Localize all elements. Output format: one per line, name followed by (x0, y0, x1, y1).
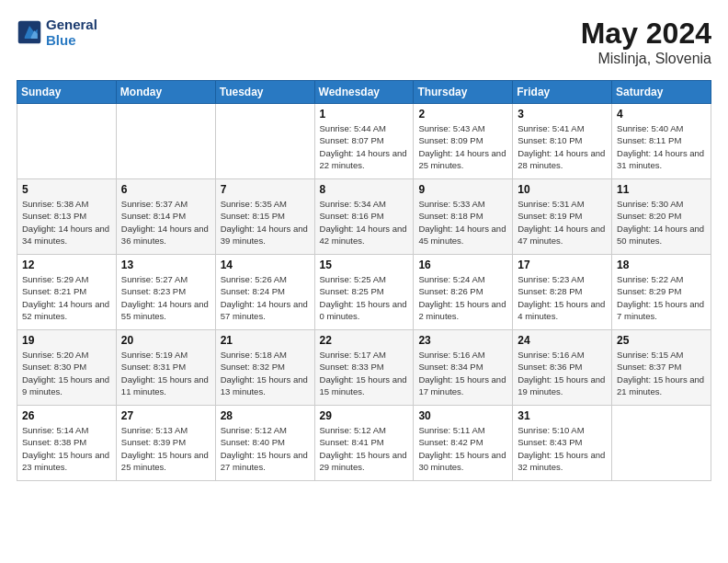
day-number: 24 (518, 334, 607, 347)
day-info: Sunrise: 5:14 AMSunset: 8:38 PMDaylight:… (22, 424, 111, 473)
day-cell: 5Sunrise: 5:38 AMSunset: 8:13 PMDaylight… (17, 179, 117, 255)
day-info: Sunrise: 5:34 AMSunset: 8:16 PMDaylight:… (320, 198, 409, 247)
day-info: Sunrise: 5:19 AMSunset: 8:31 PMDaylight:… (121, 349, 210, 397)
day-info: Sunrise: 5:29 AMSunset: 8:21 PMDaylight:… (22, 273, 111, 322)
day-cell (17, 104, 117, 179)
day-cell: 13Sunrise: 5:27 AMSunset: 8:23 PMDayligh… (116, 255, 215, 330)
day-info: Sunrise: 5:38 AMSunset: 8:13 PMDaylight:… (22, 198, 111, 247)
day-cell: 21Sunrise: 5:18 AMSunset: 8:32 PMDayligh… (215, 330, 314, 406)
weekday-header-wednesday: Wednesday (314, 81, 414, 104)
day-cell: 27Sunrise: 5:13 AMSunset: 8:39 PMDayligh… (116, 406, 215, 481)
weekday-header-friday: Friday (513, 81, 612, 104)
logo: General Blue (17, 17, 97, 49)
weekday-header-monday: Monday (116, 81, 215, 104)
day-cell: 3Sunrise: 5:41 AMSunset: 8:10 PMDaylight… (513, 104, 612, 179)
day-info: Sunrise: 5:31 AMSunset: 8:19 PMDaylight:… (518, 198, 607, 247)
day-number: 23 (418, 334, 507, 347)
week-row-5: 26Sunrise: 5:14 AMSunset: 8:38 PMDayligh… (17, 406, 711, 481)
day-cell: 24Sunrise: 5:16 AMSunset: 8:36 PMDayligh… (513, 330, 612, 406)
day-info: Sunrise: 5:16 AMSunset: 8:36 PMDaylight:… (518, 349, 607, 397)
day-info: Sunrise: 5:43 AMSunset: 8:09 PMDaylight:… (418, 122, 507, 171)
day-cell: 12Sunrise: 5:29 AMSunset: 8:21 PMDayligh… (17, 255, 117, 330)
day-cell: 7Sunrise: 5:35 AMSunset: 8:15 PMDaylight… (215, 179, 314, 255)
day-info: Sunrise: 5:35 AMSunset: 8:15 PMDaylight:… (221, 198, 310, 247)
logo-text: General Blue (46, 17, 97, 49)
day-info: Sunrise: 5:24 AMSunset: 8:26 PMDaylight:… (418, 273, 507, 322)
day-cell: 30Sunrise: 5:11 AMSunset: 8:42 PMDayligh… (414, 406, 513, 481)
day-number: 11 (617, 183, 706, 196)
day-number: 30 (418, 409, 507, 422)
day-number: 25 (617, 334, 706, 347)
day-number: 29 (320, 409, 409, 422)
day-number: 31 (518, 409, 607, 422)
day-cell: 11Sunrise: 5:30 AMSunset: 8:20 PMDayligh… (612, 179, 711, 255)
logo-icon (17, 19, 42, 45)
month-year: May 2024 (581, 17, 711, 51)
day-info: Sunrise: 5:23 AMSunset: 8:28 PMDaylight:… (518, 273, 607, 322)
day-info: Sunrise: 5:44 AMSunset: 8:07 PMDaylight:… (320, 122, 409, 171)
title-block: May 2024 Mislinja, Slovenia (581, 17, 711, 67)
day-number: 19 (22, 334, 111, 347)
day-cell: 9Sunrise: 5:33 AMSunset: 8:18 PMDaylight… (414, 179, 513, 255)
weekday-header-saturday: Saturday (612, 81, 711, 104)
day-cell: 14Sunrise: 5:26 AMSunset: 8:24 PMDayligh… (215, 255, 314, 330)
day-info: Sunrise: 5:33 AMSunset: 8:18 PMDaylight:… (418, 198, 507, 247)
day-cell: 22Sunrise: 5:17 AMSunset: 8:33 PMDayligh… (314, 330, 414, 406)
day-cell: 20Sunrise: 5:19 AMSunset: 8:31 PMDayligh… (116, 330, 215, 406)
weekday-header-sunday: Sunday (17, 81, 117, 104)
day-cell: 18Sunrise: 5:22 AMSunset: 8:29 PMDayligh… (612, 255, 711, 330)
day-number: 28 (221, 409, 310, 422)
day-info: Sunrise: 5:11 AMSunset: 8:42 PMDaylight:… (418, 424, 507, 473)
day-number: 4 (617, 108, 706, 121)
day-number: 5 (22, 183, 111, 196)
weekday-header-row: SundayMondayTuesdayWednesdayThursdayFrid… (17, 81, 711, 104)
day-cell: 23Sunrise: 5:16 AMSunset: 8:34 PMDayligh… (414, 330, 513, 406)
location: Mislinja, Slovenia (581, 51, 711, 67)
day-cell (612, 406, 711, 481)
day-number: 21 (221, 334, 310, 347)
day-number: 7 (221, 183, 310, 196)
day-cell: 4Sunrise: 5:40 AMSunset: 8:11 PMDaylight… (612, 104, 711, 179)
day-info: Sunrise: 5:26 AMSunset: 8:24 PMDaylight:… (221, 273, 310, 322)
week-row-1: 1Sunrise: 5:44 AMSunset: 8:07 PMDaylight… (17, 104, 711, 179)
day-info: Sunrise: 5:27 AMSunset: 8:23 PMDaylight:… (121, 273, 210, 322)
day-cell: 15Sunrise: 5:25 AMSunset: 8:25 PMDayligh… (314, 255, 414, 330)
day-info: Sunrise: 5:37 AMSunset: 8:14 PMDaylight:… (121, 198, 210, 247)
calendar-page: General Blue May 2024 Mislinja, Slovenia… (0, 0, 728, 563)
day-cell: 2Sunrise: 5:43 AMSunset: 8:09 PMDaylight… (414, 104, 513, 179)
day-number: 20 (121, 334, 210, 347)
day-number: 8 (320, 183, 409, 196)
day-info: Sunrise: 5:12 AMSunset: 8:40 PMDaylight:… (221, 424, 310, 473)
day-info: Sunrise: 5:16 AMSunset: 8:34 PMDaylight:… (418, 349, 507, 397)
day-cell: 16Sunrise: 5:24 AMSunset: 8:26 PMDayligh… (414, 255, 513, 330)
day-number: 27 (121, 409, 210, 422)
day-info: Sunrise: 5:10 AMSunset: 8:43 PMDaylight:… (518, 424, 607, 473)
day-cell: 10Sunrise: 5:31 AMSunset: 8:19 PMDayligh… (513, 179, 612, 255)
day-cell: 8Sunrise: 5:34 AMSunset: 8:16 PMDaylight… (314, 179, 414, 255)
day-cell (116, 104, 215, 179)
day-info: Sunrise: 5:18 AMSunset: 8:32 PMDaylight:… (221, 349, 310, 397)
week-row-3: 12Sunrise: 5:29 AMSunset: 8:21 PMDayligh… (17, 255, 711, 330)
calendar-table: SundayMondayTuesdayWednesdayThursdayFrid… (17, 80, 711, 481)
day-cell: 17Sunrise: 5:23 AMSunset: 8:28 PMDayligh… (513, 255, 612, 330)
day-cell: 6Sunrise: 5:37 AMSunset: 8:14 PMDaylight… (116, 179, 215, 255)
day-cell: 26Sunrise: 5:14 AMSunset: 8:38 PMDayligh… (17, 406, 117, 481)
day-info: Sunrise: 5:15 AMSunset: 8:37 PMDaylight:… (617, 349, 706, 397)
day-cell (215, 104, 314, 179)
day-info: Sunrise: 5:40 AMSunset: 8:11 PMDaylight:… (617, 122, 706, 171)
day-number: 22 (320, 334, 409, 347)
day-info: Sunrise: 5:13 AMSunset: 8:39 PMDaylight:… (121, 424, 210, 473)
day-info: Sunrise: 5:30 AMSunset: 8:20 PMDaylight:… (617, 198, 706, 247)
day-cell: 28Sunrise: 5:12 AMSunset: 8:40 PMDayligh… (215, 406, 314, 481)
day-info: Sunrise: 5:22 AMSunset: 8:29 PMDaylight:… (617, 273, 706, 322)
day-info: Sunrise: 5:17 AMSunset: 8:33 PMDaylight:… (320, 349, 409, 397)
day-number: 17 (518, 259, 607, 271)
day-cell: 29Sunrise: 5:12 AMSunset: 8:41 PMDayligh… (314, 406, 414, 481)
day-number: 6 (121, 183, 210, 196)
day-number: 3 (518, 108, 607, 121)
day-number: 15 (320, 259, 409, 271)
week-row-2: 5Sunrise: 5:38 AMSunset: 8:13 PMDaylight… (17, 179, 711, 255)
day-number: 12 (22, 259, 111, 271)
day-cell: 19Sunrise: 5:20 AMSunset: 8:30 PMDayligh… (17, 330, 117, 406)
day-number: 26 (22, 409, 111, 422)
